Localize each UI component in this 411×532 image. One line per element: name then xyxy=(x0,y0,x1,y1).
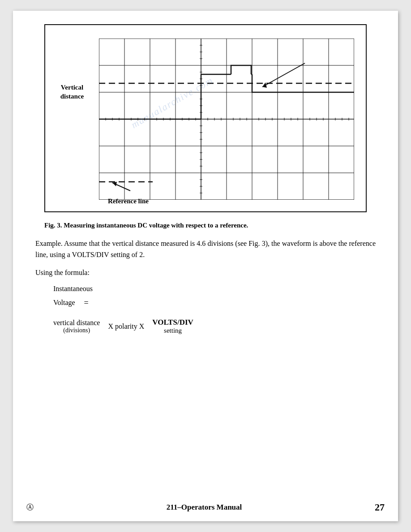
footer: Ⓐ 211–Operators Manual 27 xyxy=(13,502,398,513)
formula-equation: vertical distance (divisions) X polarity… xyxy=(53,318,376,335)
figure-caption: Fig. 3. Measuring instantaneous DC volta… xyxy=(44,220,367,231)
formula-voltage-eq: Voltage = xyxy=(53,296,376,310)
vertical-distance-label: Vertical distance xyxy=(50,83,94,101)
fraction-numerator: vertical distance xyxy=(53,319,100,327)
volts-div-setting: setting xyxy=(164,327,182,335)
fraction-denominator: (divisions) xyxy=(63,327,90,334)
grid-area xyxy=(99,39,354,200)
manual-title: 211–Operators Manual xyxy=(34,503,375,512)
volts-div-label: VOLTS/DIV xyxy=(152,318,193,327)
example-text: Example. Assume that the vertical distan… xyxy=(35,238,376,261)
circle-a-label: Ⓐ xyxy=(26,503,34,512)
reference-line-label: Reference line xyxy=(108,197,149,205)
formula-equals: = xyxy=(81,296,89,310)
formula-instantaneous: Instantaneous xyxy=(53,283,376,296)
formula-x1: X polarity X xyxy=(108,322,144,330)
page: Point A xyxy=(13,11,398,521)
formula-section: Instantaneous Voltage = xyxy=(53,283,376,310)
figure-container: Point A xyxy=(44,24,367,212)
formula-voltage-label: Voltage xyxy=(53,296,75,309)
vertical-distance-fraction: vertical distance (divisions) xyxy=(53,319,100,334)
volts-div-block: VOLTS/DIV setting xyxy=(152,318,193,335)
formula-intro: Using the formula: xyxy=(35,267,376,279)
page-number: 27 xyxy=(375,502,385,513)
